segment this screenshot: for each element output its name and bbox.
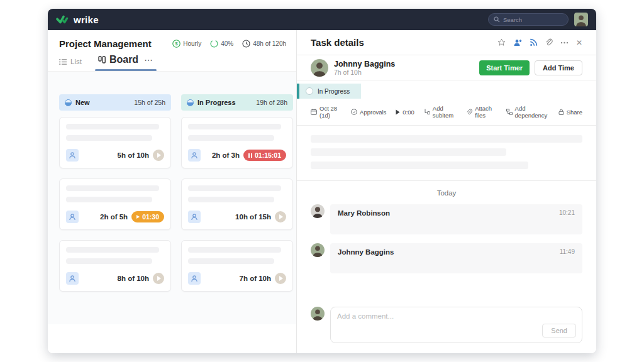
search-input[interactable] (503, 16, 563, 23)
card-play-button[interactable] (275, 211, 286, 222)
comment-composer: Send (297, 307, 596, 353)
task-details-panel: Task details (297, 30, 596, 353)
column-new: New 15h of 25h 5h of 10h (59, 94, 171, 324)
add-dependency-button[interactable]: Add dependency (506, 105, 549, 119)
wrike-logo: wrike (56, 14, 99, 25)
assignee-time: 7h of 10h (334, 69, 395, 76)
assignee-avatar-chip (188, 211, 201, 223)
progress-ring-icon (210, 40, 218, 48)
placeholder-line (188, 124, 281, 129)
card-time: 10h of 15h (235, 213, 271, 221)
column-header-in-progress[interactable]: In Progress 19h of 28h (181, 94, 293, 111)
placeholder-line (66, 135, 152, 141)
task-details-title: Task details (311, 37, 364, 48)
follow-feed-icon[interactable] (530, 38, 538, 47)
tracked-time-button[interactable]: 0:00 (396, 109, 414, 116)
tabs-more-icon[interactable]: ⋯ (144, 58, 153, 62)
wrike-app-window: wrike Project Management $ (48, 9, 596, 353)
task-card[interactable]: 2h of 3h 01:15:01 (181, 117, 293, 168)
task-card[interactable]: 2h of 5h 01:30 (59, 178, 171, 230)
placeholder-line (188, 197, 274, 202)
placeholder-line (66, 258, 152, 264)
assignee-avatar[interactable] (311, 59, 328, 77)
tab-board[interactable]: Board (98, 54, 138, 65)
progress-badge[interactable]: 40% (210, 40, 233, 48)
paused-timer-pill[interactable]: 01:15:01 (243, 150, 286, 161)
column-in-progress: In Progress 19h of 28h 2h of 3h (181, 94, 293, 324)
comment-stream: Mary Robinson 10:21 Johnny Baggins 11:49 (297, 204, 596, 282)
status-circle-icon (65, 99, 72, 106)
placeholder-line (188, 135, 274, 141)
view-tabs: List Board ⋯ (48, 55, 296, 71)
logo-text: wrike (74, 14, 99, 25)
add-time-button[interactable]: Add Time (535, 60, 582, 75)
task-description-placeholder[interactable] (297, 126, 596, 181)
card-time: 5h of 10h (118, 151, 149, 159)
search-box[interactable] (488, 13, 569, 26)
column-header-new[interactable]: New 15h of 25h (59, 94, 171, 111)
placeholder-line (311, 148, 506, 156)
card-time: 2h of 3h (212, 151, 240, 159)
board-view-icon (98, 56, 106, 63)
share-button[interactable]: Share (558, 109, 582, 116)
calendar-icon (311, 109, 317, 115)
placeholder-line (188, 185, 281, 191)
play-icon (136, 215, 140, 219)
subitem-icon (424, 109, 430, 115)
time-budget-badge[interactable]: 48h of 120h (242, 40, 286, 48)
task-toolbar: Oct 28 (1d) Approvals 0:00 (297, 101, 596, 126)
pause-icon (248, 153, 252, 158)
more-options-icon[interactable] (560, 41, 569, 44)
task-status-chip[interactable]: In Progress (297, 84, 361, 99)
tab-list[interactable]: List (59, 58, 82, 71)
link-icon[interactable] (545, 38, 553, 47)
send-button[interactable]: Send (542, 324, 576, 337)
billing-badge[interactable]: $ Hourly (172, 40, 201, 48)
assignee-avatar-chip (188, 272, 201, 285)
column-hours: 15h of 25h (134, 99, 165, 106)
card-play-button[interactable] (153, 273, 164, 284)
assignee-avatar-chip (66, 211, 79, 223)
task-card[interactable]: 8h of 10h (59, 240, 171, 292)
approval-check-icon (351, 109, 357, 115)
card-play-button[interactable] (153, 150, 164, 161)
task-card[interactable]: 5h of 10h (59, 117, 171, 168)
due-date-button[interactable]: Oct 28 (1d) (311, 105, 341, 119)
project-badges: $ Hourly 40% 48h of 120h (172, 40, 286, 48)
close-icon[interactable]: ✕ (576, 38, 582, 47)
kanban-board: New 15h of 25h 5h of 10h (48, 71, 296, 324)
svg-text:$: $ (175, 41, 179, 47)
paperclip-icon (467, 109, 472, 115)
wrike-check-icon (56, 15, 70, 25)
add-subitem-button[interactable]: Add subitem (424, 105, 457, 119)
column-hours: 19h of 28h (256, 99, 287, 106)
placeholder-line (66, 124, 159, 129)
dependency-icon (506, 109, 513, 115)
placeholder-line (66, 197, 152, 202)
list-view-icon (59, 58, 67, 65)
user-avatar[interactable] (574, 13, 588, 26)
assignees-icon[interactable] (513, 39, 522, 47)
commenter-name: Mary Robinson (338, 209, 390, 217)
approvals-button[interactable]: Approvals (351, 109, 386, 116)
commenter-name: Johnny Baggins (338, 248, 394, 256)
card-time: 8h of 10h (118, 275, 149, 282)
card-time: 2h of 5h (100, 213, 128, 221)
task-card[interactable]: 7h of 10h (181, 240, 293, 292)
comment-input[interactable] (337, 312, 575, 326)
star-icon[interactable] (497, 38, 506, 47)
assignee-avatar-chip (188, 149, 201, 162)
comment-item[interactable]: Mary Robinson 10:21 (311, 204, 582, 234)
comment-item[interactable]: Johnny Baggins 11:49 (311, 243, 582, 273)
play-icon (396, 109, 400, 115)
assignee-avatar-chip (66, 149, 79, 162)
attach-files-button[interactable]: Attach files (467, 105, 496, 119)
card-play-button[interactable] (275, 273, 286, 284)
task-card[interactable]: 10h of 15h (181, 178, 293, 230)
running-timer-pill[interactable]: 01:30 (131, 211, 164, 222)
start-timer-button[interactable]: Start Timer (479, 60, 530, 75)
placeholder-line (66, 247, 159, 253)
dollar-circle-icon: $ (172, 40, 180, 48)
status-checkbox-icon[interactable] (306, 87, 313, 95)
placeholder-line (188, 258, 274, 264)
